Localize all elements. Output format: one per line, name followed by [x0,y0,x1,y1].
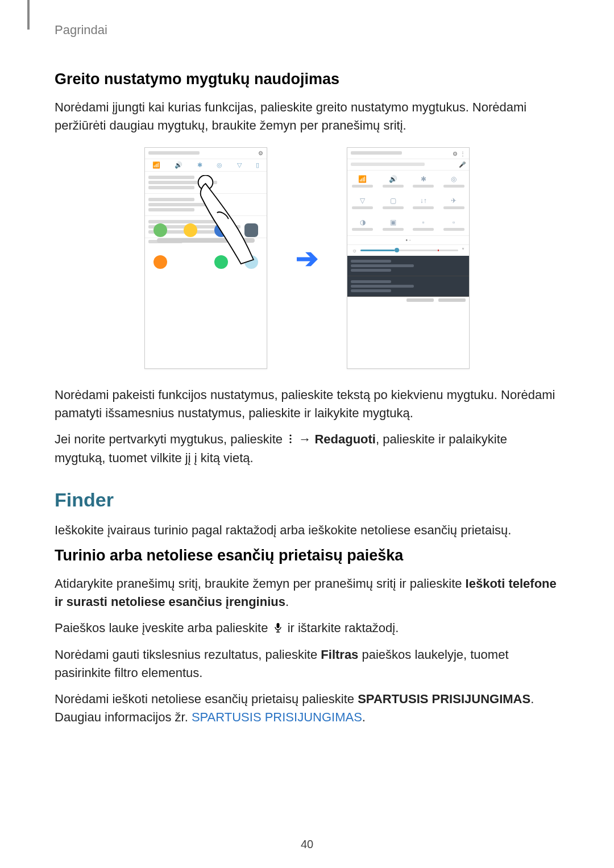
sync-icon: ▫ [453,218,455,226]
section2-p4: Norėdami ieškoti netoliese esančių priet… [55,690,559,726]
svg-rect-4 [276,623,279,628]
app-icon [184,255,197,269]
statusbar: ⚙ [145,148,267,159]
hand-gesture-icon [196,175,259,266]
svg-point-1 [290,434,292,436]
nfc-icon: ▣ [390,218,396,226]
section2-p3: Norėdami gauti tikslesnius rezultatus, p… [55,646,559,682]
text: Atidarykite pranešimų sritį, braukite že… [55,576,466,591]
microphone-icon: 🎤 [459,161,466,168]
chevron-down-icon: ˅ [462,247,464,254]
rotate-icon: ◎ [451,175,457,183]
text: . [285,595,289,609]
page-indicator: • · [347,235,469,245]
text: ir ištarkite raktažodį. [288,621,399,635]
quick-connect-link[interactable]: SPARTUSIS PRISIJUNGIMAS [192,710,362,724]
wifi-icon: 📶 [152,161,160,169]
filter-label: Filtras [321,647,358,662]
nav-icon [218,289,221,293]
brightness-slider: ☼ ˅ [347,245,469,256]
more-icon [288,431,293,449]
figure-row: ⚙ 📶 🔊 ✱ ◎ ▽ ▯ [55,147,559,369]
sound-icon: 🔊 [175,161,182,169]
data-icon: ↓↑ [420,197,427,205]
gear-icon: ⚙ [453,151,458,157]
text: Norėdami gauti tikslesnius rezultatus, p… [55,647,321,662]
page-number: 40 [0,838,614,851]
location-icon: ◑ [360,218,366,226]
more-icon: ⋮ [460,151,466,157]
quick-settings-row: 📶 🔊 ✱ ◎ ▽ ▯ [145,159,267,172]
section1-p2: Norėdami pakeisti funkcijos nustatymus, … [55,386,559,422]
status-time-blur [148,151,200,155]
file-icon: ▫ [422,218,425,226]
slider-track [360,250,458,251]
section1-p1: Norėdami įjungti kai kurias funkcijas, p… [55,98,559,135]
section2-intro: Ieškokite įvairaus turinio pagal raktažo… [55,521,559,539]
text: Jei norite pertvarkyti mygtukus, paliesk… [55,432,286,446]
phone-app-icon [154,223,167,237]
wifi-icon: 📶 [358,175,367,183]
rotate-icon: ◎ [217,161,222,169]
edit-label: Redaguoti [314,432,376,446]
quick-connect-label: SPARTUSIS PRISIJUNGIMAS [358,692,530,706]
status-time-blur [351,151,402,155]
tab-marker [27,0,30,30]
arrow-text: → [298,432,314,446]
section2-p2: Paieškos lauke įveskite arba palieskite … [55,619,559,638]
notification-dark [347,276,469,297]
page: Pagrindai Greito nustatymo mygtukų naudo… [0,0,614,868]
battery-icon: ▯ [256,161,259,169]
nav-icon [190,289,194,293]
arrow-right-icon: ➔ [296,242,318,274]
notification-dark [347,256,469,276]
bluetooth-icon: ✱ [421,175,426,183]
flashlight-icon: ▽ [360,197,365,205]
section1-p3: Jei norite pertvarkyti mygtukus, paliesk… [55,430,559,467]
sound-icon: 🔊 [389,175,397,183]
bluetooth-icon: ✱ [197,161,202,169]
section2-heading: Finder [55,489,559,511]
text: . [362,710,366,724]
microphone-icon [274,620,282,638]
svg-point-2 [290,438,292,439]
svg-point-3 [290,441,292,443]
search-row: 🎤 [347,159,469,171]
nav-icon [204,289,208,293]
search-placeholder-blur [351,163,425,166]
section2-p1: Atidarykite pranešimų sritį, braukite že… [55,575,559,611]
footer-buttons [347,297,469,304]
brightness-icon: ☼ [352,247,357,254]
text: Norėdami ieškoti netoliese esančių priet… [55,692,358,706]
section2-subheading: Turinio arba netoliese esančių prietaisų… [55,547,559,564]
breadcrumb: Pagrindai [55,23,559,38]
statusbar-icons: ⚙ ⋮ [453,148,466,158]
screenshot-quick-settings-expanded: ⚙ ⋮ 🎤 📶 🔊 ✱ ◎ ▽ ▢ ↓↑ ✈ ◑ ▣ ▫ ▫ • · [347,147,470,369]
statusbar: ⚙ ⋮ [347,148,469,159]
quick-settings-grid: 📶 🔊 ✱ ◎ ▽ ▢ ↓↑ ✈ ◑ ▣ ▫ ▫ [347,171,469,235]
flashlight-icon: ▽ [237,161,242,169]
nav-row [145,289,267,293]
section1-heading: Greito nustatymo mygtukų naudojimas [55,70,559,88]
text: Paieškos lauke įveskite arba palieskite [55,621,272,635]
messages-app-icon [184,223,197,237]
airplane-icon: ✈ [451,197,457,205]
power-icon: ▢ [390,197,396,205]
screenshot-notification-panel: ⚙ 📶 🔊 ✱ ◎ ▽ ▯ [144,147,267,369]
app-icon [154,255,167,269]
gear-icon: ⚙ [258,150,263,156]
